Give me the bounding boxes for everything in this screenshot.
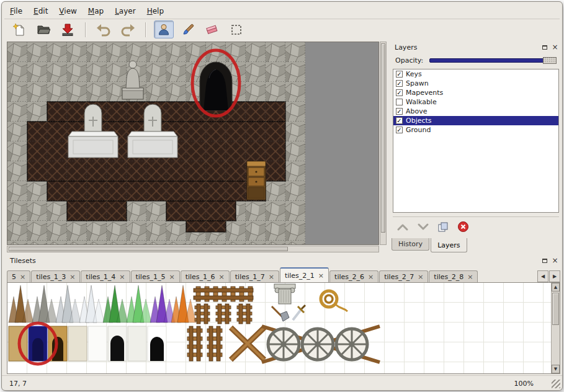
paint-icon [181,23,195,37]
scroll-up-button[interactable]: ▲ [552,283,560,292]
menu-view[interactable]: View [53,5,82,17]
tile-wheels-on-track[interactable] [262,326,380,362]
undo-button[interactable] [94,20,114,38]
float-panel-button[interactable] [540,43,549,51]
tab-close-icon[interactable]: × [20,274,25,280]
eraser-tool-button[interactable] [202,20,222,38]
duplicate-layer-icon[interactable] [437,221,449,233]
tileset-tab[interactable]: tiles_1_5 × [131,270,180,282]
map-render [7,42,305,244]
tab-close-icon[interactable]: × [467,274,473,280]
layer-checkbox[interactable]: ✓ [396,99,403,105]
tileset-scroll-thumb[interactable] [552,293,559,325]
toolbar-separator [145,22,146,37]
opacity-slider-handle[interactable] [543,57,557,64]
move-layer-up-icon[interactable] [396,223,409,231]
tab-scroll-right-button[interactable]: ▶ [549,270,560,282]
tileset-tab[interactable]: 5 × [7,270,30,282]
tab-label: tiles_1_3 [36,273,66,281]
tile-pale[interactable] [128,326,146,361]
menu-file[interactable]: File [4,5,28,17]
map-editor-window: File Edit View Map Layer Help [1,1,563,391]
new-file-button[interactable] [9,20,29,38]
tab-close-icon[interactable]: × [119,274,125,280]
menu-help[interactable]: Help [141,5,169,17]
tab-close-icon[interactable]: × [169,274,174,280]
map-horizontal-scroll-thumb[interactable] [9,247,288,251]
layer-checkbox[interactable]: ✓ [396,127,403,133]
tab-history[interactable]: History [392,238,429,251]
menu-layer[interactable]: Layer [109,5,141,17]
place-object-tool-button[interactable] [154,20,174,38]
tab-scroll-left-button[interactable]: ◀ [537,270,548,282]
tab-label: tiles_2_6 [334,273,364,281]
tab-close-icon[interactable]: × [368,274,374,280]
tile-track-vertical[interactable] [237,304,252,324]
window-resize-grip[interactable] [552,380,560,388]
tile-selected-dark-door[interactable] [29,326,47,361]
tab-close-icon[interactable]: × [219,274,225,280]
layer-row[interactable]: ✓ Ground [393,125,558,135]
tileset-tab[interactable]: tiles_2_8 × [429,270,478,282]
layer-row[interactable]: ✓ Objects [393,116,558,125]
close-panel-button[interactable]: × [550,256,560,265]
delete-layer-icon[interactable] [457,221,469,233]
layer-row[interactable]: ✓ Keys [393,69,558,79]
map-horizontal-scrollbar[interactable] [7,246,379,252]
tab-layers[interactable]: Layers [431,238,467,252]
redo-button[interactable] [118,20,138,38]
open-button[interactable] [34,20,53,38]
map-canvas[interactable] [7,42,379,245]
layer-row[interactable]: ✓ Mapevents [393,88,558,97]
tab-close-icon[interactable]: × [418,274,423,280]
tile-track-vertical[interactable] [216,304,231,324]
menu-edit[interactable]: Edit [28,5,53,17]
map-vertical-scroll-thumb[interactable] [381,43,385,233]
layer-checkbox[interactable]: ✓ [396,80,403,87]
opacity-slider[interactable] [429,57,557,64]
tileset-tab-active[interactable]: tiles_2_1 × [280,267,329,282]
tile-arch-on-white[interactable] [108,326,127,361]
close-panel-button[interactable]: × [550,43,560,51]
tile-cream[interactable] [68,326,87,361]
layer-label: Spawn [406,79,429,87]
map-vertical-scrollbar[interactable] [380,42,387,245]
tileset-canvas[interactable]: ▲ ▼ [7,282,560,374]
tile-arch-silhouette[interactable] [148,326,166,361]
layer-checkbox[interactable]: ✓ [396,89,403,96]
tab-close-icon[interactable]: × [318,272,324,279]
layer-checkbox[interactable]: ✓ [396,71,403,78]
tile-track-vertical[interactable] [195,304,210,324]
paint-tool-button[interactable] [178,20,198,38]
tileset-tab[interactable]: tiles_1_4 × [81,270,130,282]
layer-row[interactable]: ✓ Walkable [393,97,558,107]
select-icon [230,23,243,37]
select-tool-button[interactable] [226,20,246,38]
tilesets-panel-title: Tilesets [7,257,539,265]
layer-checkbox[interactable]: ✓ [396,108,403,115]
tile-white[interactable] [88,326,107,361]
layer-checkbox[interactable]: ✓ [396,117,403,124]
tab-close-icon[interactable]: × [69,274,75,280]
tileset-tab[interactable]: tiles_2_6 × [329,270,378,282]
tileset-vertical-scrollbar[interactable]: ▲ ▼ [551,283,560,373]
tileset-tab[interactable]: tiles_1_7 × [230,270,279,282]
float-panel-button[interactable] [540,256,549,265]
layer-row[interactable]: ✓ Above [393,107,558,116]
place-object-icon [157,23,171,37]
save-button[interactable] [58,20,78,38]
move-layer-down-icon[interactable] [417,223,429,231]
tileset-tab[interactable]: tiles_2_7 × [379,270,428,282]
tileset-tab[interactable]: tiles_1_3 × [31,270,80,282]
tab-label: tiles_1_6 [186,273,215,281]
tileset-tab[interactable]: tiles_1_6 × [181,270,230,282]
tab-label: tiles_2_1 [285,272,315,280]
cursor-coordinates: 17, 7 [9,380,27,388]
menu-map[interactable]: Map [83,5,109,17]
scroll-down-button[interactable]: ▼ [552,365,560,373]
layer-label: Mapevents [406,89,443,97]
layer-row[interactable]: ✓ Spawn [393,79,558,88]
tab-label: tiles_1_7 [235,273,265,281]
tab-close-icon[interactable]: × [269,274,274,280]
tab-label: History [398,240,423,248]
